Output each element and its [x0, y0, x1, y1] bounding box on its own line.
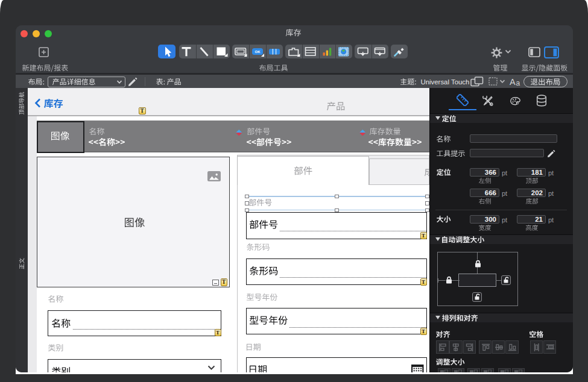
svg-text:OK: OK	[255, 50, 261, 54]
